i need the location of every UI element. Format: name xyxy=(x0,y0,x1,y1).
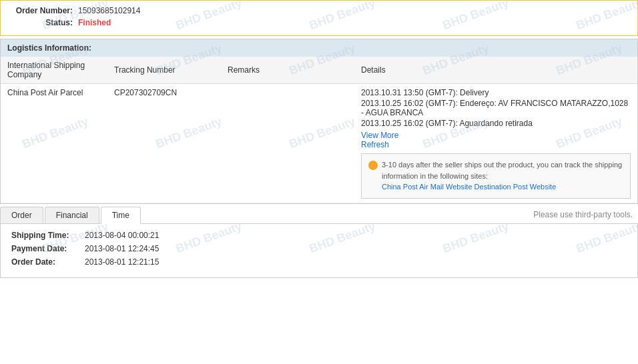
info-text-label: 3-10 days after the seller ships out the… xyxy=(382,161,622,180)
tab-time[interactable]: Time xyxy=(101,207,141,224)
status-label: Status: xyxy=(11,18,78,27)
details-line-3: 2013.10.25 16:02 (GMT-7): Aguardando ret… xyxy=(361,119,631,128)
order-date-value: 2013-08-01 12:21:15 xyxy=(85,257,159,267)
logistics-table: International Shipping Company Tracking … xyxy=(1,57,637,203)
shipping-time-row: Shipping Time: 2013-08-04 00:00:21 xyxy=(11,231,627,240)
shipping-time-label: Shipping Time: xyxy=(11,231,85,240)
status-value: Finished xyxy=(78,18,111,27)
details-line-1: 2013.10.31 13:50 (GMT-7): Delivery xyxy=(361,88,631,97)
order-number-label: Order Number: xyxy=(11,6,78,15)
shipping-time-value: 2013-08-04 00:00:21 xyxy=(85,231,159,240)
tab-order[interactable]: Order xyxy=(0,207,43,223)
logistics-section: BHD Beauty BHD Beauty BHD Beauty BHD Bea… xyxy=(0,39,638,204)
details-line-2: 2013.10.25 16:02 (GMT-7): Endereço: AV F… xyxy=(361,99,631,117)
destination-post-link[interactable]: Destination Post Website xyxy=(474,183,557,191)
col-header-company: International Shipping Company xyxy=(1,57,107,84)
info-icon xyxy=(368,161,378,170)
order-date-row: Order Date: 2013-08-01 12:21:15 xyxy=(11,257,627,267)
payment-date-label: Payment Date: xyxy=(11,244,85,253)
table-row: China Post Air Parcel CP207302709CN 2013… xyxy=(1,84,637,203)
logistics-header: Logistics Information: xyxy=(1,39,637,57)
col-header-details: Details xyxy=(354,57,637,84)
refresh-link[interactable]: Refresh xyxy=(361,140,631,149)
tab-financial[interactable]: Financial xyxy=(45,207,99,223)
remarks-cell xyxy=(221,84,354,203)
order-header: BHD Beauty BHD Beauty BHD Beauty BHD Bea… xyxy=(0,0,638,36)
view-more-link[interactable]: View More xyxy=(361,131,631,140)
tab-content: BHD Beauty BHD Beauty BHD Beauty BHD Bea… xyxy=(0,224,638,278)
tabs-section: Order Financial Time Please use third-pa… xyxy=(0,207,638,278)
col-header-remarks: Remarks xyxy=(221,57,354,84)
details-cell: 2013.10.31 13:50 (GMT-7): Delivery 2013.… xyxy=(354,84,637,203)
col-header-tracking: Tracking Number xyxy=(107,57,221,84)
payment-date-row: Payment Date: 2013-08-01 12:24:45 xyxy=(11,244,627,253)
company-cell: China Post Air Parcel xyxy=(1,84,107,203)
payment-date-value: 2013-08-01 12:24:45 xyxy=(85,244,159,253)
table-header-row: International Shipping Company Tracking … xyxy=(1,57,637,84)
order-number-value: 15093685102914 xyxy=(78,6,140,15)
info-text-content: 3-10 days after the seller ships out the… xyxy=(382,159,623,193)
info-box: 3-10 days after the seller ships out the… xyxy=(361,153,631,199)
order-date-label: Order Date: xyxy=(11,257,85,267)
logistics-title: Logistics Information: xyxy=(7,43,91,53)
tracking-cell: CP207302709CN xyxy=(107,84,221,203)
china-post-link[interactable]: China Post Air Mail Website xyxy=(382,183,472,191)
tabs-right-text: Please use third-party tools. xyxy=(533,210,638,219)
tabs-bar: Order Financial Time Please use third-pa… xyxy=(0,207,638,224)
